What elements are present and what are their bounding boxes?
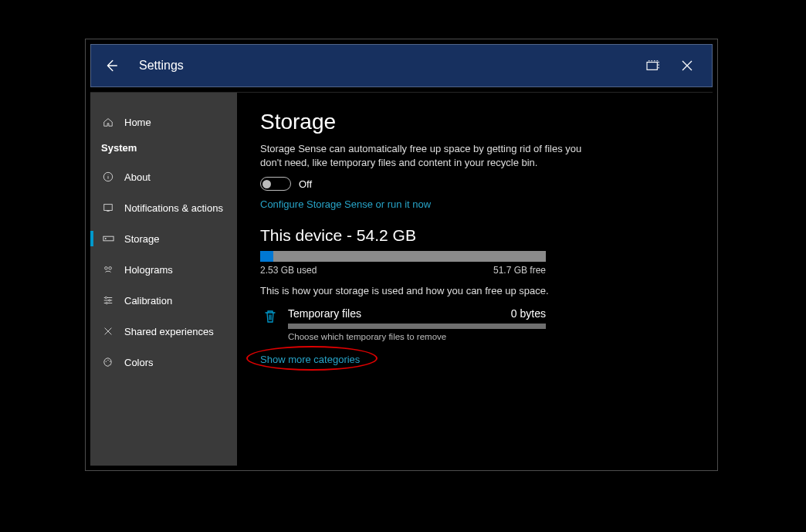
sidebar-item-label: Shared experiences [124, 326, 214, 337]
sidebar-item-label: Home [124, 117, 151, 128]
svg-rect-0 [647, 63, 657, 70]
follow-me-icon [645, 59, 662, 72]
svg-point-12 [110, 361, 110, 361]
sidebar-item-label: Holograms [124, 264, 173, 276]
category-sub: Choose which temporary files to remove [288, 332, 546, 341]
svg-point-7 [105, 296, 107, 298]
storage-sense-toggle[interactable] [260, 177, 291, 191]
info-icon [101, 171, 115, 182]
toggle-state-label: Off [299, 178, 312, 190]
svg-point-9 [106, 302, 107, 303]
trash-icon [260, 307, 280, 324]
holograms-icon [101, 264, 115, 275]
sidebar-item-shared-experiences[interactable]: Shared experiences [90, 316, 237, 347]
follow-me-button[interactable] [636, 53, 670, 78]
close-button[interactable] [670, 53, 704, 78]
back-button[interactable] [99, 53, 124, 78]
sidebar-item-label: Calibration [124, 295, 172, 307]
titlebar: Settings [90, 44, 713, 87]
page-heading: Storage [260, 110, 689, 134]
storage-icon [101, 234, 115, 243]
home-icon [101, 117, 115, 127]
sidebar-item-notifications[interactable]: Notifications & actions [90, 192, 237, 223]
svg-point-8 [109, 300, 110, 301]
notifications-icon [101, 202, 115, 213]
sidebar-item-calibration[interactable]: Calibration [90, 285, 237, 316]
storage-usage-bar [260, 251, 546, 262]
toggle-knob [262, 180, 271, 188]
configure-storage-sense-link[interactable]: Configure Storage Sense or run it now [260, 198, 431, 210]
storage-sense-description: Storage Sense can automatically free up … [260, 142, 584, 169]
svg-point-4 [104, 238, 106, 239]
storage-usage-bar-used [260, 251, 273, 262]
device-heading: This device - 54.2 GB [260, 226, 689, 245]
svg-rect-2 [104, 205, 113, 211]
sidebar-item-about[interactable]: About [90, 161, 237, 192]
sidebar-group-header: System [90, 137, 237, 161]
sidebar-item-holograms[interactable]: Holograms [90, 254, 237, 285]
arrow-left-icon [103, 57, 120, 74]
window-title: Settings [139, 59, 184, 73]
sidebar-item-label: About [124, 171, 151, 183]
category-temporary-files[interactable]: Temporary files 0 bytes Choose which tem… [260, 307, 546, 341]
shared-icon [101, 326, 115, 337]
sidebar-item-colors[interactable]: Colors [90, 347, 237, 378]
colors-icon [101, 357, 115, 368]
category-bar [288, 324, 546, 329]
settings-window: Settings Home System About [85, 39, 718, 471]
close-icon [680, 59, 694, 73]
svg-point-5 [105, 267, 108, 270]
category-name: Temporary files [288, 307, 361, 320]
sidebar-item-label: Colors [124, 357, 154, 368]
svg-point-11 [107, 360, 108, 361]
sidebar-item-label: Notifications & actions [124, 202, 223, 214]
sidebar-home[interactable]: Home [90, 107, 237, 137]
sidebar-item-storage[interactable]: Storage [90, 223, 237, 254]
content-panel: Storage Storage Sense can automatically … [237, 93, 713, 466]
calibration-icon [101, 295, 115, 306]
sidebar: Home System About Notifications & action… [90, 93, 237, 466]
svg-point-10 [106, 361, 107, 361]
storage-bar-row: 2.53 GB used 51.7 GB free [260, 251, 689, 276]
svg-point-6 [109, 267, 112, 270]
show-more-categories-link[interactable]: Show more categories [260, 354, 360, 365]
sidebar-item-label: Storage [124, 233, 160, 245]
window-body: Home System About Notifications & action… [90, 92, 713, 466]
free-label: 51.7 GB free [493, 265, 546, 276]
category-size: 0 bytes [511, 307, 546, 320]
used-label: 2.53 GB used [260, 265, 317, 276]
usage-description: This is how your storage is used and how… [260, 285, 689, 296]
